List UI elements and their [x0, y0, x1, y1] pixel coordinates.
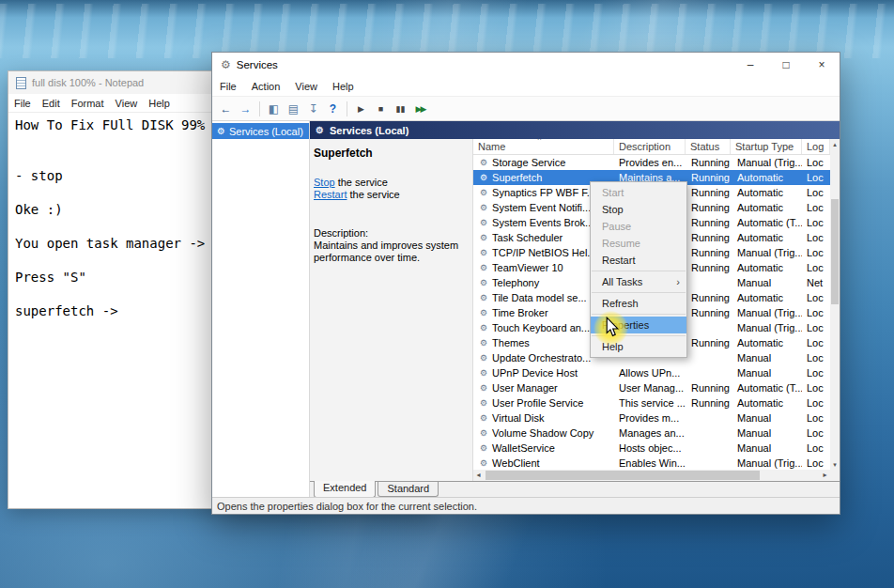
stop-service-link[interactable]: Stop [314, 177, 335, 188]
service-startup-type: Manual (Trig... [731, 157, 802, 168]
service-gear-icon: ⚙ [480, 173, 487, 182]
column-header-description[interactable]: Description [614, 139, 686, 154]
horizontal-scrollbar[interactable]: ◂ ▸ [473, 470, 830, 481]
service-status: Running [686, 187, 731, 198]
vertical-scrollbar[interactable]: ▴ ▾ [830, 139, 840, 470]
scroll-down-icon[interactable]: ▾ [830, 459, 840, 470]
tree-item-services-local[interactable]: ⚙ Services (Local) [212, 123, 309, 139]
notepad-menu-format[interactable]: Format [66, 98, 110, 109]
restart-service-line: Restart the service [314, 189, 465, 201]
export-list-icon[interactable]: ↧ [303, 99, 323, 119]
service-name: System Events Brok... [492, 217, 593, 228]
context-menu-properties[interactable]: Properties [591, 317, 686, 333]
service-gear-icon: ⚙ [480, 263, 487, 272]
pause-service-icon[interactable]: ▮▮ [391, 99, 410, 119]
description-text: Maintains and improves system performanc… [314, 240, 462, 263]
scroll-right-icon[interactable]: ▸ [820, 470, 830, 481]
stop-service-icon[interactable]: ■ [371, 99, 391, 119]
help-icon[interactable]: ? [323, 99, 343, 119]
list-header: ^NameDescriptionStatusStartup TypeLog [473, 139, 830, 155]
service-gear-icon: ⚙ [480, 188, 487, 197]
notepad-menu-file[interactable]: File [8, 98, 37, 109]
service-logon: Loc [802, 442, 830, 454]
service-startup-type: Manual [731, 352, 802, 364]
services-menu-file[interactable]: File [212, 81, 244, 92]
restart-service-icon[interactable]: ▶▶ [410, 99, 430, 119]
maximize-button[interactable]: □ [768, 53, 804, 77]
service-startup-type: Automatic (T... [731, 382, 802, 394]
properties-icon[interactable]: ▤ [284, 99, 303, 119]
service-row[interactable]: ⚙Storage ServiceProvides en...RunningMan… [473, 155, 830, 170]
start-service-icon[interactable]: ▶ [351, 99, 371, 119]
service-row[interactable]: ⚙Volume Shadow CopyManages an...ManualLo… [473, 426, 830, 441]
service-logon: Loc [802, 427, 830, 439]
service-name: System Event Notifi... [492, 202, 591, 213]
service-row[interactable]: ⚙UPnP Device HostAllows UPn...ManualLoc [473, 365, 830, 380]
service-row[interactable]: ⚙User ManagerUser Manag...RunningAutomat… [473, 380, 830, 395]
scroll-left-icon[interactable]: ◂ [473, 470, 484, 481]
service-status: Running [686, 202, 731, 213]
close-button[interactable]: × [804, 53, 840, 77]
column-header-log[interactable]: Log [802, 139, 830, 154]
restart-service-link[interactable]: Restart [314, 189, 347, 200]
service-startup-type: Automatic [731, 292, 802, 303]
service-name: Touch Keyboard an... [492, 322, 590, 333]
context-menu-start: Start [591, 184, 686, 201]
service-name: Virtual Disk [492, 412, 544, 424]
service-name: Task Scheduler [492, 232, 563, 243]
services-menu-help[interactable]: Help [325, 81, 362, 92]
services-titlebar[interactable]: ⚙ Services – □ × [212, 53, 840, 77]
show-console-tree-icon[interactable]: ◧ [264, 99, 284, 119]
context-menu-restart[interactable]: Restart [591, 252, 686, 269]
column-header-label: Description [619, 141, 670, 152]
notepad-menu-help[interactable]: Help [143, 98, 176, 109]
service-startup-type: Manual (Trig... [731, 247, 802, 258]
services-menu-action[interactable]: Action [244, 81, 288, 92]
column-header-startup-type[interactable]: Startup Type [731, 139, 802, 154]
extended-task-pane: Superfetch Stop the service Restart the … [310, 139, 473, 481]
service-description: Allows UPn... [614, 367, 686, 379]
service-startup-type: Automatic [731, 172, 802, 183]
service-status: Running [686, 217, 731, 228]
context-menu-all-tasks[interactable]: All Tasks› [591, 273, 686, 290]
service-logon: Loc [802, 292, 830, 303]
scroll-up-icon[interactable]: ▴ [830, 139, 840, 149]
column-header-name[interactable]: ^Name [473, 139, 614, 154]
service-status: Running [686, 397, 731, 409]
service-row[interactable]: ⚙WalletServiceHosts objec...ManualLoc [473, 441, 830, 456]
notepad-menu-view[interactable]: View [110, 98, 144, 109]
column-header-label: Name [478, 141, 505, 152]
vertical-scroll-thumb[interactable] [831, 199, 839, 304]
service-gear-icon: ⚙ [480, 383, 487, 393]
tab-standard[interactable]: Standard [378, 482, 439, 497]
service-gear-icon: ⚙ [480, 218, 487, 227]
context-menu-stop[interactable]: Stop [591, 201, 686, 218]
service-logon: Loc [802, 202, 830, 213]
service-logon: Loc [802, 457, 830, 469]
notepad-menu-edit[interactable]: Edit [37, 98, 66, 109]
service-gear-icon: ⚙ [480, 398, 487, 408]
notepad-icon [16, 77, 26, 89]
toolbar-separator [259, 101, 260, 116]
minimize-button[interactable]: – [732, 53, 768, 77]
tab-extended[interactable]: Extended [314, 481, 376, 498]
horizontal-scroll-thumb[interactable] [486, 471, 760, 480]
service-row[interactable]: ⚙User Profile ServiceThis service ...Run… [473, 395, 830, 410]
service-status: Running [686, 232, 731, 243]
services-main: Superfetch Stop the service Restart the … [310, 139, 840, 481]
context-menu-help[interactable]: Help [591, 338, 686, 355]
service-name: Telephony [492, 277, 539, 288]
service-status: Running [686, 382, 731, 394]
back-icon[interactable]: ← [216, 99, 236, 119]
context-menu: StartStopPauseResumeRestartAll Tasks›Ref… [590, 181, 687, 358]
submenu-arrow-icon: › [676, 273, 680, 290]
context-menu-refresh[interactable]: Refresh [591, 295, 686, 312]
toolbar-separator [347, 101, 347, 116]
column-header-status[interactable]: Status [686, 139, 731, 154]
forward-icon[interactable]: → [236, 99, 255, 119]
service-row[interactable]: ⚙Virtual DiskProvides m...ManualLoc [473, 410, 830, 426]
services-menu-view[interactable]: View [287, 81, 325, 92]
services-title: Services [237, 59, 278, 70]
service-name-cell: ⚙Virtual Disk [473, 412, 614, 424]
service-row[interactable]: ⚙WebClientEnables Win...Manual (Trig...L… [473, 456, 830, 470]
